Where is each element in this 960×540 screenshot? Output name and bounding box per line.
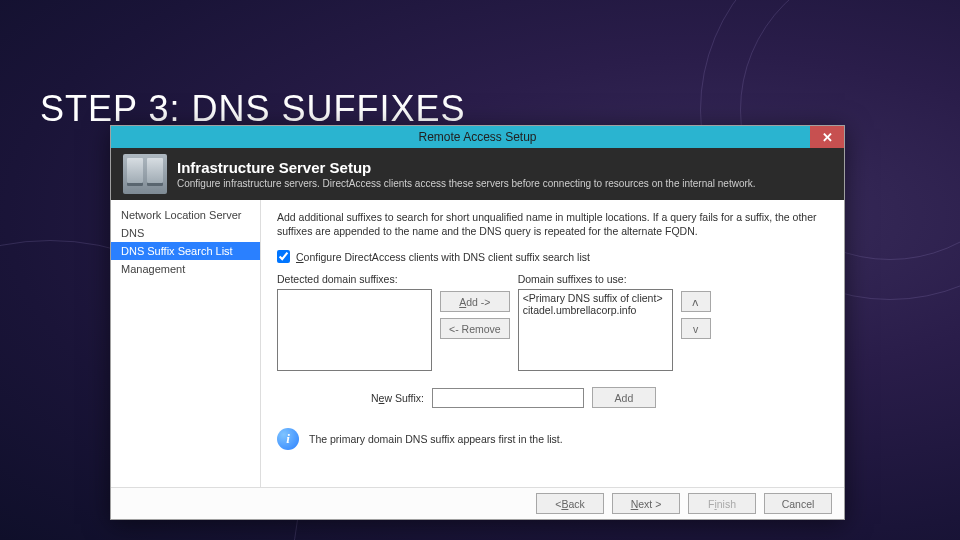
detected-listbox[interactable] — [277, 289, 432, 371]
next-button[interactable]: Next > — [612, 493, 680, 514]
new-suffix-label: New Suffix: — [371, 392, 424, 404]
detected-label: Detected domain suffixes: — [277, 273, 432, 285]
move-down-button[interactable]: v — [681, 318, 711, 339]
server-icon — [123, 154, 167, 194]
banner-subtext: Configure infrastructure servers. Direct… — [177, 178, 756, 189]
titlebar: Remote Access Setup ✕ — [111, 126, 844, 148]
configure-checkbox[interactable] — [277, 250, 290, 263]
sidebar-item-management[interactable]: Management — [111, 260, 260, 278]
finish-button[interactable]: Finish — [688, 493, 756, 514]
remove-arrow-button[interactable]: <- Remove — [440, 318, 510, 339]
info-icon: i — [277, 428, 299, 450]
intro-text: Add additional suffixes to search for sh… — [277, 210, 828, 238]
back-button[interactable]: < Back — [536, 493, 604, 514]
use-label: Domain suffixes to use: — [518, 273, 673, 285]
info-text: The primary domain DNS suffix appears fi… — [309, 433, 563, 445]
configure-checkbox-label: Configure DirectAccess clients with DNS … — [296, 251, 590, 263]
banner: Infrastructure Server Setup Configure in… — [111, 148, 844, 200]
move-up-button[interactable]: ʌ — [681, 291, 711, 312]
use-listbox[interactable]: <Primary DNS suffix of client> citadel.u… — [518, 289, 673, 371]
cancel-button[interactable]: Cancel — [764, 493, 832, 514]
list-item[interactable]: citadel.umbrellacorp.info — [523, 304, 668, 316]
sidebar-item-dns-suffix[interactable]: DNS Suffix Search List — [111, 242, 260, 260]
close-icon: ✕ — [822, 130, 833, 145]
sidebar: Network Location Server DNS DNS Suffix S… — [111, 200, 261, 487]
slide-title: STEP 3: DNS SUFFIXES — [40, 88, 465, 130]
new-suffix-input[interactable] — [432, 388, 584, 408]
footer: < Back Next > Finish Cancel — [111, 487, 844, 519]
window-title: Remote Access Setup — [418, 130, 536, 144]
sidebar-item-nls[interactable]: Network Location Server — [111, 206, 260, 224]
banner-heading: Infrastructure Server Setup — [177, 159, 756, 176]
sidebar-item-dns[interactable]: DNS — [111, 224, 260, 242]
close-button[interactable]: ✕ — [810, 126, 844, 148]
add-button[interactable]: Add — [592, 387, 656, 408]
main-panel: Add additional suffixes to search for sh… — [261, 200, 844, 487]
list-item[interactable]: <Primary DNS suffix of client> — [523, 292, 668, 304]
add-arrow-button[interactable]: Add -> — [440, 291, 510, 312]
dialog-window: Remote Access Setup ✕ Infrastructure Ser… — [110, 125, 845, 520]
